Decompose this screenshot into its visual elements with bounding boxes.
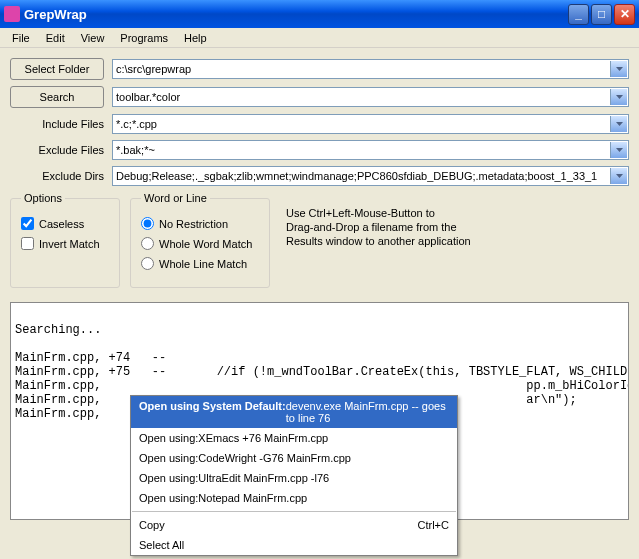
ctx-open-default[interactable]: Open using System Default: devenv.exe Ma… — [131, 396, 457, 428]
chevron-down-icon[interactable] — [610, 142, 627, 158]
ctx-open-xemacs[interactable]: Open using: XEmacs +76 MainFrm.cpp — [131, 428, 457, 448]
menu-edit[interactable]: Edit — [38, 30, 73, 46]
search-button[interactable]: Search — [10, 86, 104, 108]
results-line[interactable]: MainFrm.cpp, +74 -- — [15, 351, 166, 365]
ctx-select-all[interactable]: Select All — [131, 535, 457, 555]
menu-programs[interactable]: Programs — [112, 30, 176, 46]
chevron-down-icon[interactable] — [610, 61, 627, 77]
menu-file[interactable]: File — [4, 30, 38, 46]
titlebar[interactable]: GrepWrap _ □ ✕ — [0, 0, 639, 28]
exclude-files-input[interactable]: *.bak;*~ — [112, 140, 629, 160]
select-folder-button[interactable]: Select Folder — [10, 58, 104, 80]
include-files-input[interactable]: *.c;*.cpp — [112, 114, 629, 134]
caseless-checkbox[interactable]: Caseless — [21, 217, 109, 230]
word-or-line-group: Word or Line No Restriction Whole Word M… — [130, 192, 270, 288]
hint-text: Use Ctrl+Left-Mouse-Button to Drag-and-D… — [280, 192, 477, 288]
close-button[interactable]: ✕ — [614, 4, 635, 25]
menu-view[interactable]: View — [73, 30, 113, 46]
window-title: GrepWrap — [24, 7, 568, 22]
whole-word-radio[interactable]: Whole Word Match — [141, 237, 259, 250]
options-group: Options Caseless Invert Match — [10, 192, 120, 288]
context-menu: Open using System Default: devenv.exe Ma… — [130, 395, 458, 556]
exclude-files-label: Exclude Files — [10, 144, 104, 156]
options-legend: Options — [21, 192, 65, 204]
word-legend: Word or Line — [141, 192, 210, 204]
folder-input[interactable]: c:\src\grepwrap — [112, 59, 629, 79]
separator — [132, 511, 456, 512]
results-line[interactable]: MainFrm.cpp, +75 -- //if (!m_wndToolBar.… — [15, 365, 629, 379]
app-icon — [4, 6, 20, 22]
ctx-open-ultraedit[interactable]: Open using: UltraEdit MainFrm.cpp -l76 — [131, 468, 457, 488]
whole-line-radio[interactable]: Whole Line Match — [141, 257, 259, 270]
search-input[interactable]: toolbar.*color — [112, 87, 629, 107]
ctx-copy[interactable]: CopyCtrl+C — [131, 515, 457, 535]
menubar: File Edit View Programs Help — [0, 28, 639, 48]
chevron-down-icon[interactable] — [610, 168, 627, 184]
ctx-open-notepad[interactable]: Open using: Notepad MainFrm.cpp — [131, 488, 457, 508]
exclude-dirs-label: Exclude Dirs — [10, 170, 104, 182]
results-line: Searching... — [15, 323, 101, 337]
chevron-down-icon[interactable] — [610, 89, 627, 105]
results-line[interactable]: MainFrm.cpp, pp.m_bHiColorIcons ? IDR_ — [15, 379, 629, 393]
invert-match-checkbox[interactable]: Invert Match — [21, 237, 109, 250]
menu-help[interactable]: Help — [176, 30, 215, 46]
include-files-label: Include Files — [10, 118, 104, 130]
maximize-button[interactable]: □ — [591, 4, 612, 25]
no-restriction-radio[interactable]: No Restriction — [141, 217, 259, 230]
chevron-down-icon[interactable] — [610, 116, 627, 132]
minimize-button[interactable]: _ — [568, 4, 589, 25]
exclude-dirs-input[interactable]: Debug;Release;._sgbak;zlib;wmnet;windman… — [112, 166, 629, 186]
ctx-open-codewright[interactable]: Open using: CodeWright -G76 MainFrm.cpp — [131, 448, 457, 468]
results-line[interactable]: MainFrm.cpp, — [15, 407, 101, 421]
